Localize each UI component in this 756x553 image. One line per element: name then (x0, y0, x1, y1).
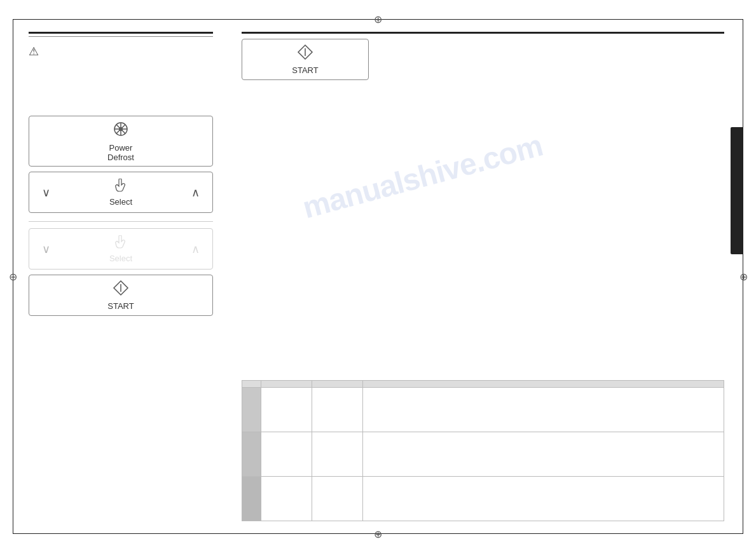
table-row-3-col1 (261, 477, 312, 521)
table-row-1-col1 (261, 388, 312, 432)
start-button-right[interactable]: START (242, 39, 369, 80)
table-row-1-col2 (312, 388, 363, 432)
select-left-chevron[interactable]: ∨ (42, 186, 50, 200)
left-divider-sub (29, 36, 213, 37)
select-disabled-label: Select (109, 254, 132, 263)
table-row-2-col2 (312, 432, 363, 477)
left-divider-top (29, 32, 213, 34)
table-row-2-col3 (363, 432, 724, 477)
crosshair-top: ⊕ (373, 14, 383, 24)
table-row-2-label (242, 432, 261, 477)
start-label: START (107, 301, 134, 311)
start-button[interactable]: START (29, 275, 213, 316)
select-disabled-finger-icon (114, 235, 128, 252)
table-row-3-label (242, 477, 261, 521)
table-header-3 (363, 381, 724, 388)
select-disabled-left-chevron: ∨ (42, 242, 50, 256)
power-defrost-button[interactable]: Power Defrost (29, 116, 213, 167)
crosshair-left: ⊕ (8, 271, 18, 282)
warning-icon: ⚠ (29, 44, 213, 58)
table-header-1 (261, 381, 312, 388)
table-row-1-col3 (363, 388, 724, 432)
table-row-3-col3 (363, 477, 724, 521)
reference-table (242, 380, 724, 521)
left-text-block (29, 65, 213, 103)
select-center: Select (109, 179, 132, 207)
select-active-button[interactable]: ∨ Select ∧ (29, 172, 213, 213)
table-header-0 (242, 381, 261, 388)
start-icon (113, 280, 129, 300)
table-row (242, 477, 724, 521)
select-disabled-center: Select (109, 235, 132, 263)
select-disabled-button: ∨ Select ∧ (29, 228, 213, 270)
crosshair-right: ⊕ (738, 271, 748, 282)
select-finger-icon (114, 179, 128, 196)
select-disabled-right-chevron: ∧ (191, 242, 200, 256)
table-header-2 (312, 381, 363, 388)
select-label: Select (109, 197, 132, 207)
section-divider (29, 221, 213, 222)
table-container (242, 380, 724, 521)
table-row (242, 388, 724, 432)
table-row-2-col1 (261, 432, 312, 477)
crosshair-bottom: ⊕ (373, 529, 383, 539)
main-layout: ⚠ Power Defrost ∨ (19, 25, 737, 528)
power-defrost-label: Power Defrost (107, 143, 134, 162)
start-right-label: START (292, 65, 318, 75)
start-right-icon (297, 44, 313, 64)
select-right-chevron[interactable]: ∧ (191, 186, 200, 200)
table-row-3-col2 (312, 477, 363, 521)
table-row (242, 432, 724, 477)
right-divider-top (242, 32, 724, 34)
left-column: ⚠ Power Defrost ∨ (19, 25, 223, 528)
table-row-1-label (242, 388, 261, 432)
right-column: START (223, 25, 737, 528)
power-defrost-icon (112, 120, 130, 142)
